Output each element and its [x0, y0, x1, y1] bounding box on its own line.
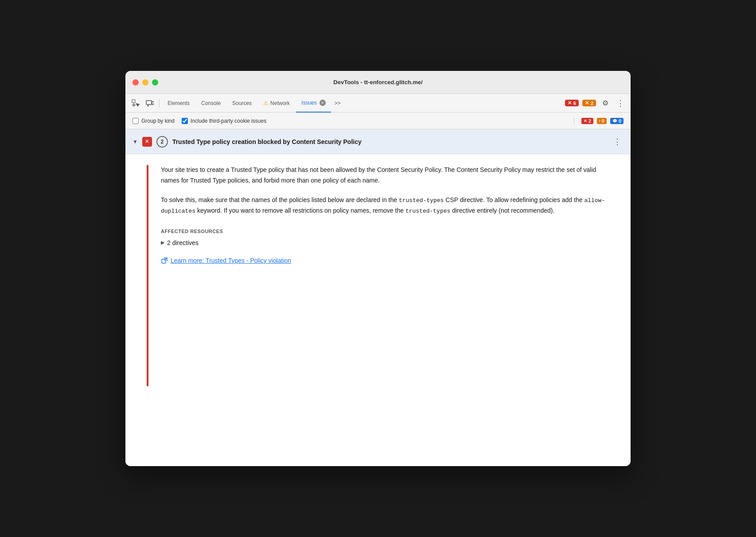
secondary-toolbar: Group by kind Include third-party cookie…: [125, 113, 631, 129]
group-by-kind-checkbox[interactable]: [132, 118, 139, 124]
issue-title: Trusted Type policy creation blocked by …: [172, 138, 607, 145]
devtools-window: DevTools - tt-enforced.glitch.me/ Elemen…: [125, 71, 631, 466]
issues-tab-close[interactable]: ✕: [320, 100, 326, 106]
toolbar-divider: [159, 99, 160, 108]
warning-icon: ✕: [585, 100, 589, 106]
small-error-badge: ✕ 2: [581, 118, 593, 124]
issue-count-badges: ✕ 2 ! 0 💬 0: [574, 118, 624, 124]
tab-issues[interactable]: Issues ✕: [296, 94, 331, 113]
inspect-element-button[interactable]: [129, 97, 142, 110]
error-badge: ✕ 6: [565, 100, 579, 106]
small-error-icon: ✕: [584, 119, 587, 123]
more-tabs-button[interactable]: >>: [332, 94, 343, 113]
device-icon: [146, 99, 154, 107]
settings-icon: ⚙: [602, 99, 608, 107]
svg-rect-2: [152, 101, 154, 105]
learn-more-link[interactable]: Learn more: Trusted Types - Policy viola…: [161, 257, 616, 264]
cursor-icon: [132, 99, 140, 107]
small-info-badge: 💬 0: [610, 118, 624, 124]
svg-rect-1: [146, 101, 152, 105]
svg-rect-0: [132, 100, 135, 103]
main-content-wrapper: ▼ ✕ 2 Trusted Type policy creation block…: [125, 129, 631, 466]
small-info-icon: 💬: [612, 119, 617, 123]
directives-item[interactable]: ▶ 2 directives: [161, 239, 616, 246]
device-toggle-button[interactable]: [143, 97, 156, 110]
issue-body: Your site tries to create a Trusted Type…: [161, 165, 616, 386]
tab-sources[interactable]: Sources: [227, 94, 257, 113]
issue-type-badge: ✕: [142, 137, 152, 147]
external-link-icon: [161, 257, 168, 264]
group-by-kind-label[interactable]: Group by kind: [132, 118, 175, 124]
settings-button[interactable]: ⚙: [599, 97, 612, 110]
window-controls: [132, 79, 158, 86]
include-third-party-label[interactable]: Include third-party cookie issues: [182, 118, 266, 124]
directives-arrow-icon: ▶: [161, 240, 164, 245]
warning-badge: ✕ 2: [582, 100, 596, 106]
issue-solution: To solve this, make sure that the names …: [161, 195, 616, 216]
collapse-arrow-icon[interactable]: ▼: [132, 139, 138, 145]
include-third-party-checkbox[interactable]: [182, 118, 188, 124]
affected-resources-label: AFFECTED RESOURCES: [161, 229, 616, 234]
issue-description: Your site tries to create a Trusted Type…: [161, 165, 616, 186]
tab-console[interactable]: Console: [196, 94, 226, 113]
issue-more-button[interactable]: ⋮: [612, 137, 624, 147]
small-warning-badge: ! 0: [597, 118, 607, 124]
network-warning-icon: ⚠: [263, 100, 269, 106]
toolbar-badges: ✕ 6 ✕ 2 ⚙ ⋮: [564, 97, 627, 110]
titlebar: DevTools - tt-enforced.glitch.me/: [125, 71, 631, 94]
tab-network[interactable]: ⚠ Network: [258, 94, 295, 113]
issue-severity-border: [147, 165, 148, 386]
more-icon: ⋮: [616, 98, 625, 108]
close-button[interactable]: [132, 79, 139, 86]
main-toolbar: Elements Console Sources ⚠ Network Issue…: [125, 94, 631, 113]
main-content: ▼ ✕ 2 Trusted Type policy creation block…: [125, 129, 631, 466]
issue-count-circle: 2: [156, 136, 168, 148]
maximize-button[interactable]: [152, 79, 158, 86]
minimize-button[interactable]: [142, 79, 148, 86]
more-options-button[interactable]: ⋮: [614, 97, 627, 110]
small-warning-icon: !: [599, 119, 600, 123]
issue-header: ▼ ✕ 2 Trusted Type policy creation block…: [125, 129, 631, 154]
error-icon: ✕: [568, 100, 572, 106]
tab-elements[interactable]: Elements: [162, 94, 195, 113]
window-title: DevTools - tt-enforced.glitch.me/: [333, 79, 422, 86]
issue-content: Your site tries to create a Trusted Type…: [125, 154, 631, 401]
